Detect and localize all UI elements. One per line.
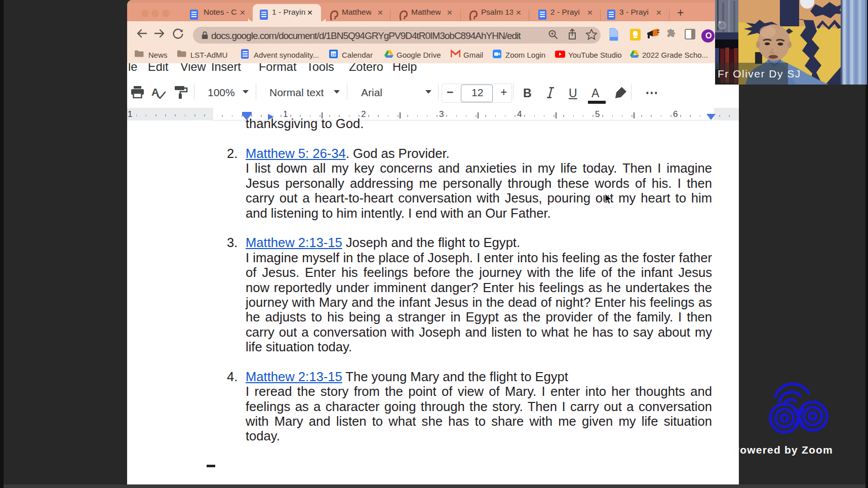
svg-text:10: 10 <box>331 52 336 57</box>
